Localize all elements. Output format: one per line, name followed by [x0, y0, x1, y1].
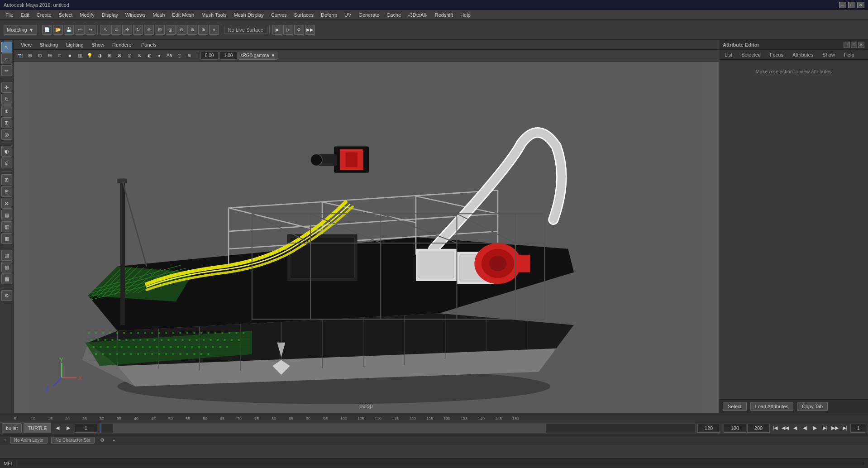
timeline-track[interactable]	[99, 423, 696, 433]
redo-btn[interactable]: ↪	[86, 25, 95, 35]
vp-aa-btn[interactable]: Aa	[165, 51, 174, 60]
ipr-btn[interactable]: ▷	[283, 25, 293, 35]
workspace-dropdown[interactable]: Modeling ▼	[4, 25, 37, 35]
universal-btn[interactable]: ⊞	[155, 25, 165, 35]
universal-mode-btn[interactable]: ⊞	[1, 117, 12, 128]
vp-camera-btn[interactable]: 📷	[15, 51, 24, 60]
vp-solid-btn[interactable]: ■	[65, 51, 74, 60]
vp-texture-btn[interactable]: ▥	[75, 51, 84, 60]
vp-menu-show[interactable]: Show	[88, 41, 108, 48]
grid-btn[interactable]: ⊟	[1, 186, 12, 197]
tl-next-key-btn[interactable]: ▶▶	[830, 424, 839, 433]
vp-menu-renderer[interactable]: Renderer	[109, 41, 137, 48]
tl-step-fwd-btn[interactable]: ▶|	[820, 424, 830, 433]
ae-close-btn[interactable]: ✕	[858, 42, 864, 48]
menu-uv[interactable]: UV	[341, 11, 355, 19]
ae-float-btn[interactable]: □	[851, 42, 857, 48]
menu-mesh[interactable]: Mesh	[149, 11, 168, 19]
menu-select[interactable]: Select	[55, 11, 76, 19]
vp-shadow-btn[interactable]: ◑	[95, 51, 104, 60]
vp-display-btn[interactable]: ◎	[125, 51, 134, 60]
menu-display[interactable]: Display	[98, 11, 122, 19]
attr-btn[interactable]: ◐	[1, 146, 12, 157]
tl-prev-key-btn[interactable]: ◀◀	[781, 424, 790, 433]
open-scene-btn[interactable]: 📂	[53, 25, 63, 35]
menu-3dto[interactable]: -3DtoAll-	[405, 11, 431, 19]
rotate-btn[interactable]: ↻	[133, 25, 143, 35]
menu-mesh-display[interactable]: Mesh Display	[230, 11, 267, 19]
vp-menu-panels[interactable]: Panels	[138, 41, 160, 48]
render-seq-btn[interactable]: ▶▶	[305, 25, 315, 35]
tl-char-set-icon1[interactable]: ⚙	[98, 436, 106, 444]
tl-anim-layer-dropdown[interactable]: No Anim Layer	[10, 437, 48, 444]
menu-redshift[interactable]: Redshift	[431, 11, 457, 19]
ae-tab-selected[interactable]: Selected	[738, 51, 764, 58]
tl-char-set-icon2[interactable]: +	[110, 436, 118, 444]
tl-display-end2[interactable]: 200	[747, 424, 770, 433]
menu-edit[interactable]: Edit	[17, 11, 33, 19]
soft-mod-btn[interactable]: ◎	[1, 129, 12, 140]
minimize-button[interactable]: ─	[839, 2, 846, 8]
soft-select-btn[interactable]: ◎	[166, 25, 176, 35]
lasso-mode-btn[interactable]: ⊂	[1, 53, 12, 64]
vp-lit-btn[interactable]: 💡	[85, 51, 94, 60]
ae-tab-focus[interactable]: Focus	[766, 51, 787, 58]
select-tool-btn[interactable]: ↖	[100, 25, 110, 35]
close-button[interactable]: ✕	[857, 2, 864, 8]
vp-fit-sel-btn[interactable]: ⊡	[35, 51, 44, 60]
maximize-button[interactable]: □	[848, 2, 855, 8]
vp-motion-blur-btn[interactable]: ≋	[185, 51, 194, 60]
paint-mode-btn[interactable]: ✏	[1, 65, 12, 76]
select-mode-btn[interactable]: ↖	[1, 42, 12, 53]
scale-btn[interactable]: ⊕	[144, 25, 154, 35]
ae-select-button[interactable]: Select	[723, 402, 747, 411]
scale-mode-btn[interactable]: ⊕	[1, 105, 12, 116]
light-btn[interactable]: ▦	[1, 233, 12, 244]
new-scene-btn[interactable]: 📄	[42, 25, 52, 35]
vp-value-b[interactable]: 1.00	[219, 52, 238, 60]
vp-fit-btn[interactable]: ⊞	[25, 51, 34, 60]
menu-cache[interactable]: Cache	[383, 11, 405, 19]
snap-point-btn[interactable]: ⊕	[198, 25, 208, 35]
anim-btn[interactable]: ▨	[1, 262, 12, 272]
undo-btn[interactable]: ↩	[75, 25, 85, 35]
texture-btn[interactable]: ▥	[1, 221, 12, 232]
tl-next-frame-btn[interactable]: ▶	[64, 424, 73, 433]
ae-minimize-btn[interactable]: ─	[844, 42, 850, 48]
tl-play-fwd-btn[interactable]: ▶	[811, 424, 820, 433]
snap-curve-btn[interactable]: ⊛	[187, 25, 197, 35]
view-cube-btn[interactable]: ⊞	[1, 174, 12, 185]
save-scene-btn[interactable]: 💾	[64, 25, 74, 35]
fx-btn[interactable]: ▧	[1, 250, 12, 261]
move-btn[interactable]: ✛	[122, 25, 132, 35]
snap-grid-btn[interactable]: ⊙	[176, 25, 186, 35]
vp-grid-vis-btn[interactable]: ⊞	[105, 51, 114, 60]
menu-generate[interactable]: Generate	[355, 11, 383, 19]
tl-current-frame-input[interactable]	[850, 424, 866, 433]
vp-hud-btn[interactable]: ⊠	[115, 51, 124, 60]
tl-display-end[interactable]: 120	[724, 424, 746, 433]
ae-load-attributes-button[interactable]: Load Attributes	[750, 402, 793, 411]
ae-tab-help[interactable]: Help	[840, 51, 858, 58]
menu-mesh-tools[interactable]: Mesh Tools	[198, 11, 230, 19]
rotate-mode-btn[interactable]: ↻	[1, 94, 12, 105]
render-settings-btn[interactable]: ⚙	[294, 25, 304, 35]
tl-jump-start-btn[interactable]: |◀	[771, 424, 780, 433]
menu-curves[interactable]: Curves	[267, 11, 291, 19]
vp-isolate-btn[interactable]: ⊛	[135, 51, 144, 60]
vp-ssao-btn[interactable]: ●	[155, 51, 164, 60]
tl-prev-frame-btn[interactable]: ◀	[53, 424, 62, 433]
menu-help[interactable]: Help	[457, 11, 474, 19]
vp-wireframe-btn[interactable]: □	[55, 51, 64, 60]
vp-frame-all-btn[interactable]: ⊟	[45, 51, 54, 60]
ae-copy-tab-button[interactable]: Copy Tab	[797, 402, 828, 411]
menu-create[interactable]: Create	[33, 11, 55, 19]
lasso-btn[interactable]: ⊂	[111, 25, 121, 35]
tl-jump-end-btn[interactable]: ▶|	[840, 424, 849, 433]
ae-tab-show[interactable]: Show	[819, 51, 839, 58]
vp-value-a[interactable]: 0.00	[200, 52, 219, 60]
bullet-layer-btn[interactable]: bullet	[2, 423, 22, 433]
tl-char-set-dropdown[interactable]: No Character Set	[51, 437, 94, 444]
render-mode-btn[interactable]: ▩	[1, 273, 12, 284]
ae-tab-list[interactable]: List	[721, 51, 736, 58]
